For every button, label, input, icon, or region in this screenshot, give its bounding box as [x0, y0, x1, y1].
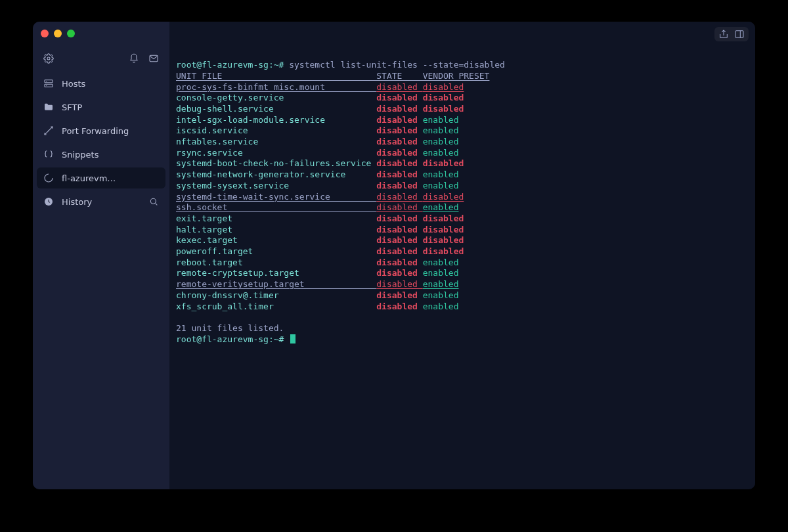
minimize-window-button[interactable] [54, 30, 62, 37]
braces-icon [43, 149, 54, 160]
svg-point-4 [46, 81, 47, 81]
bell-icon[interactable] [129, 53, 139, 64]
share-icon[interactable] [718, 29, 729, 39]
app-window: HostsSFTPPort ForwardingSnippetsfl-azure… [33, 22, 755, 489]
window-controls [33, 22, 169, 43]
svg-point-5 [46, 85, 47, 86]
close-window-button[interactable] [41, 30, 49, 37]
svg-point-0 [47, 57, 50, 60]
svg-rect-2 [45, 80, 53, 83]
clock-icon [43, 196, 54, 207]
cursor [290, 334, 296, 344]
gear-icon[interactable] [43, 53, 54, 64]
sidebar-item-session[interactable]: fl-azurevm… [37, 167, 165, 188]
mail-icon[interactable] [148, 53, 159, 64]
sidebar-item-portfwd[interactable]: Port Forwarding [33, 119, 169, 143]
spinner-icon [43, 173, 54, 183]
split-panel-icon[interactable] [734, 29, 745, 39]
terminal-toolbar [714, 27, 749, 41]
svg-rect-3 [45, 84, 53, 87]
server-icon [43, 78, 54, 89]
sidebar-item-label: History [62, 197, 141, 207]
svg-rect-8 [735, 31, 743, 38]
sidebar-item-label: Port Forwarding [62, 126, 159, 136]
sidebar-item-sftp[interactable]: SFTP [33, 95, 169, 119]
sidebar-toolbar [33, 43, 169, 69]
sidebar-nav: HostsSFTPPort ForwardingSnippetsfl-azure… [33, 69, 169, 216]
search-icon[interactable] [148, 196, 159, 207]
maximize-window-button[interactable] [67, 30, 75, 37]
sidebar-item-label: SFTP [62, 102, 159, 112]
sidebar-item-snippets[interactable]: Snippets [33, 143, 169, 166]
sidebar: HostsSFTPPort ForwardingSnippetsfl-azure… [33, 22, 169, 489]
ports-icon [43, 125, 54, 136]
sidebar-item-hosts[interactable]: Hosts [33, 72, 169, 95]
sidebar-item-label: Hosts [62, 79, 159, 89]
sidebar-item-label: Snippets [62, 150, 159, 160]
terminal-output: root@fl-azurevm-sg:~# systemctl list-uni… [176, 60, 749, 345]
folder-icon [43, 102, 54, 112]
svg-point-7 [150, 198, 156, 204]
sidebar-item-history[interactable]: History [33, 190, 169, 213]
terminal-pane[interactable]: root@fl-azurevm-sg:~# systemctl list-uni… [169, 22, 755, 489]
sidebar-item-label: fl-azurevm… [62, 173, 159, 183]
